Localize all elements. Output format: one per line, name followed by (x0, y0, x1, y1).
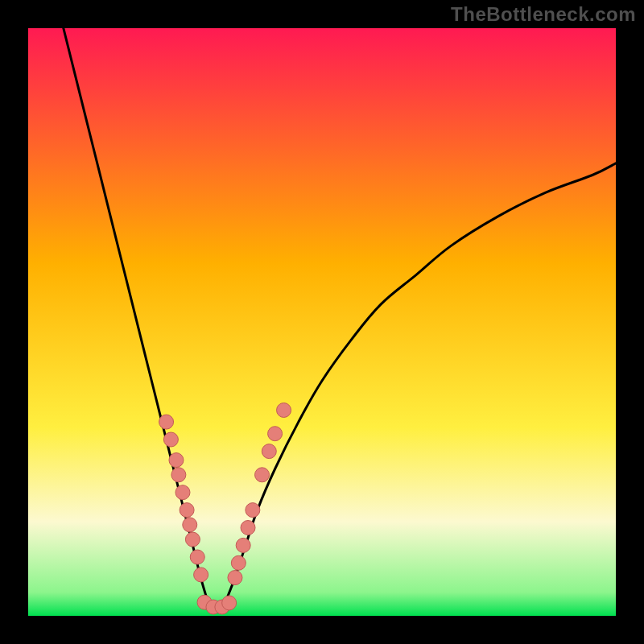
highlight-dot (231, 555, 246, 570)
highlight-dot (180, 503, 194, 518)
highlight-dot (185, 532, 200, 547)
highlight-dot (255, 468, 270, 482)
watermark-text: TheBottleneck.com (451, 3, 636, 26)
highlight-dot (159, 415, 174, 429)
highlight-dot (222, 596, 237, 610)
outer-frame: TheBottleneck.com (0, 0, 644, 644)
highlight-dot (163, 432, 178, 447)
highlight-dot (190, 550, 204, 564)
highlight-dot (183, 518, 197, 532)
highlight-dot (171, 468, 186, 482)
gradient-background (28, 28, 616, 616)
highlight-dot (175, 485, 190, 500)
highlight-dot (169, 453, 184, 468)
highlight-dot (246, 503, 260, 518)
highlight-dot (262, 444, 276, 459)
highlight-dot (194, 568, 208, 582)
highlight-dot (268, 427, 283, 441)
highlight-dot (228, 571, 242, 585)
highlight-dot (236, 538, 250, 552)
bottleneck-chart (28, 28, 616, 616)
highlight-dot (277, 403, 291, 418)
highlight-dot (241, 521, 255, 535)
